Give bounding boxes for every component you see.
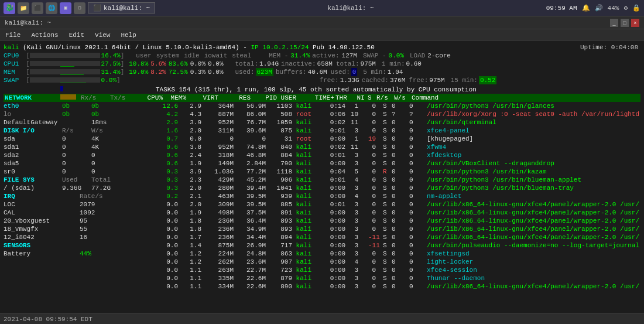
proc-row: 0.6 2.4 318M 46.8M 884 kali 0:01 3 0 S 0… — [155, 151, 640, 159]
status-bar-bottom: 2021-04-08 09:59:54 EDT — [0, 313, 644, 324]
cpu0-line: CPU0 [ 16.4% ] user system idle iowait s… — [4, 52, 640, 60]
menu-actions[interactable]: Actions — [29, 31, 60, 39]
close-button[interactable]: × — [631, 19, 639, 27]
swap-line: SWAP [ 0.0% ] free: 1.33G cached: 376M f… — [4, 76, 640, 84]
left-panel: eth0 0b 0b lo 0b 0b DefaultGateway 18ms — [4, 102, 155, 291]
app-icon-files[interactable]: 📁 — [18, 2, 29, 14]
maximize-button[interactable]: □ — [621, 19, 629, 27]
cpu1-line: CPU1 [ 27.5% ] 10.8% 5.6% 83.6% 0.0% 0.0… — [4, 60, 640, 68]
terminal-window: kali@kali: ~ _ □ × File Actions Edit Vie… — [0, 16, 644, 324]
proc-row: 0.3 2.3 429M 45.2M 906 kali 0:01 4 0 S 0… — [155, 176, 640, 184]
menu-help[interactable]: Help — [119, 31, 138, 39]
disk-sr0: sr000 — [4, 168, 155, 176]
proc-row: 0.2 2.1 463M 39.5M 939 kali 0:00 4 0 S 0… — [155, 192, 640, 200]
taskbar-network-icon: ⚙ — [624, 4, 628, 12]
minimize-button[interactable]: _ — [610, 19, 618, 27]
taskbar-center-title: kali@kali: ~ — [327, 5, 374, 12]
disk-sda2: sda200 — [4, 151, 155, 159]
proc-row: 4.2 4.3 887M 86.0M 508 root 0:06 10 0 S … — [155, 110, 640, 118]
taskbar-battery: 44% — [608, 5, 619, 12]
proc-row: 0.3 3.9 1.03G 77.2M 1118 kali 0:04 5 0 R… — [155, 168, 640, 176]
terminal-content[interactable]: kali (Kali GNU/Linux 2021.1 64bit / Linu… — [0, 41, 644, 313]
process-table-header: NETWORK Rx/s Tx/s CPU% MEM% VIRT RES PID… — [4, 94, 640, 102]
net-eth0: eth0 0b 0b — [4, 102, 155, 110]
title-bar: kali@kali: ~ _ □ × — [0, 16, 644, 29]
app-icon-browser[interactable]: 🌐 — [46, 2, 57, 14]
taskbar-bell-icon: 🔔 — [582, 4, 590, 12]
taskbar-lock-icon: 🔒 — [632, 4, 640, 12]
proc-row: 0.0 1.7 236M 34.4M 894 kali 0:00 3 -11 S… — [155, 233, 640, 241]
window-title: kali@kali: ~ — [104, 5, 150, 12]
app-icon-misc[interactable]: ◻ — [74, 2, 85, 14]
proc-row: 1.6 2.0 311M 39.6M 875 kali 0:01 3 0 S 0… — [155, 127, 640, 135]
disk-sda: sda04K — [4, 135, 155, 143]
disk-sda1: sda104K — [4, 143, 155, 151]
taskbar-right: 09:59 AM 🔔 🔊 44% ⚙ 🔒 — [546, 4, 640, 12]
app-icon-terminal[interactable]: ⬛ — [32, 2, 43, 14]
mem-line: MEM [ 31.4% ] 19.0% 8.2% 72.5% 0.3% 0.0%… — [4, 68, 640, 76]
window-controls: _ □ × — [610, 19, 639, 27]
proc-row: 0.0 1.1 335M 22.6M 879 kali 0:00 3 0 S 0… — [155, 274, 640, 282]
irq-vmwgfx: 18_vmwgfx55 — [4, 225, 155, 233]
irq-header: IRQ Rate/s — [4, 192, 155, 200]
proc-row: 0.0 1.4 875M 26.9M 717 kali 0:00 3 -11 S… — [155, 241, 640, 250]
proc-row: 0.0 1.1 334M 22.6M 890 kali 0:00 3 0 S 0… — [155, 282, 640, 291]
terminal-title: kali@kali: ~ — [5, 19, 51, 26]
proc-row: 0.0 1.1 263M 22.7M 723 kali 0:00 3 0 S 0… — [155, 266, 640, 274]
net-lo: lo 0b 0b — [4, 110, 155, 118]
proc-row: 0.0 2.0 309M 39.5M 885 kali 0:01 3 0 S 0… — [155, 200, 640, 209]
window-icon: ⬛ — [93, 4, 101, 12]
menu-view[interactable]: View — [93, 31, 112, 39]
tasks-line: TASKS 154 (315 thr), 1 run, 108 slp, 45 … — [4, 86, 640, 94]
app-icon-dragon[interactable]: 🐉 — [4, 2, 15, 14]
irq-vboxguest: 20_vboxguest95 — [4, 217, 155, 225]
proc-row: 0.0 1.2 262M 23.6M 907 kali 0:00 4 0 S 0… — [155, 258, 640, 266]
proc-row: 0.0 1.8 236M 36.4M 893 kali 0:00 3 0 S 0… — [155, 217, 640, 225]
proc-row: 0.0 1.9 498M 37.5M 891 kali 0:00 3 0 S 0… — [155, 209, 640, 217]
proc-row: 0.3 2.0 280M 39.4M 1041 kali 0:00 3 0 S … — [155, 184, 640, 192]
proc-row: 0.0 1.2 224M 24.8M 863 kali 0:00 3 0 S 0… — [155, 250, 640, 258]
proc-row: 0.7 0.0 0 0 31 root 0:00 1 19 S 0 0 [khu… — [155, 135, 640, 143]
proc-row: 12.6 2.9 364M 56.9M 1103 kali 0:14 1 0 S… — [155, 102, 640, 110]
taskbar-volume-icon[interactable]: 🔊 — [595, 4, 603, 12]
app-icon-active[interactable]: ▣ — [60, 2, 71, 14]
taskbar-time: 09:59 AM — [546, 5, 577, 12]
system-info-line: kali (Kali GNU/Linux 2021.1 64bit / Linu… — [4, 43, 640, 52]
taskbar-left: 🐉 📁 ⬛ 🌐 ▣ ◻ ⬛ kali@kali: ~ — [4, 2, 155, 14]
datetime-label: 2021-04-08 09:59:54 EDT — [4, 316, 93, 323]
disk-header: DISK I/O R/s W/s — [4, 127, 155, 135]
proc-row: 2.9 3.9 952M 76.7M 1059 kali 0:02 11 0 S… — [155, 118, 640, 127]
proc-row: 0.6 1.9 149M 2.84M 790 kali 0:00 3 0 S 0… — [155, 159, 640, 168]
main-content-area: eth0 0b 0b lo 0b 0b DefaultGateway 18ms — [4, 102, 640, 291]
proc-row: 0.0 1.8 236M 34.9M 893 kali 0:00 3 0 S 0… — [155, 225, 640, 233]
fs-root: / (sda1)9.36G77.2G — [4, 184, 155, 192]
proc-row: 0.6 3.8 952M 74.8M 840 kali 0:02 11 0 S … — [155, 143, 640, 151]
menu-bar: File Actions Edit View Help — [0, 29, 644, 41]
taskbar: 🐉 📁 ⬛ 🌐 ▣ ◻ ⬛ kali@kali: ~ kali@kali: ~ … — [0, 0, 644, 16]
irq-i8042: 12_i804216 — [4, 233, 155, 241]
menu-edit[interactable]: Edit — [67, 31, 86, 39]
net-gateway: DefaultGateway 18ms — [4, 118, 155, 127]
fs-header: FILE SYS Used Total — [4, 176, 155, 184]
irq-cal: CAL1092 — [4, 209, 155, 217]
disk-sda5: sda500 — [4, 159, 155, 168]
sensors-header: SENSORS — [4, 241, 155, 250]
process-list: 12.6 2.9 364M 56.9M 1103 kali 0:14 1 0 S… — [155, 102, 640, 291]
sensor-battery: Battery44% — [4, 250, 155, 258]
menu-file[interactable]: File — [4, 31, 22, 39]
taskbar-window[interactable]: ⬛ kali@kali: ~ — [88, 2, 155, 13]
irq-loc: LOC2079 — [4, 200, 155, 209]
